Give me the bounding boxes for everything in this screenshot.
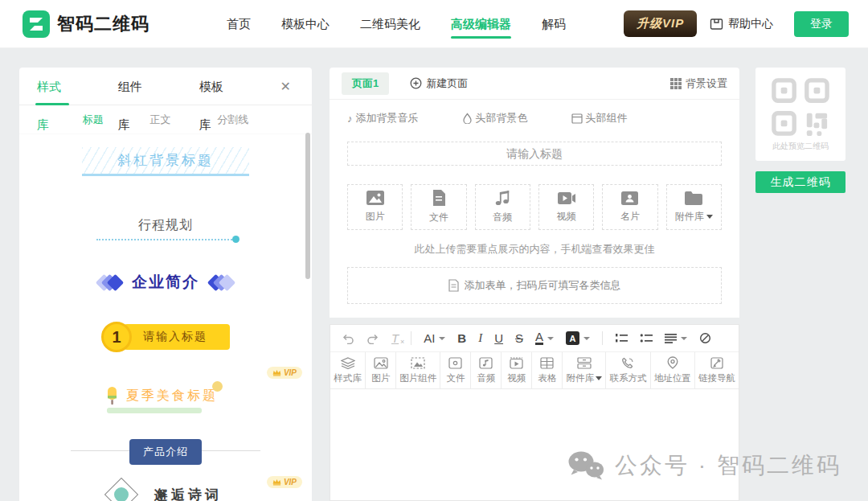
style-product-intro[interactable]: 产品介绍 xyxy=(71,439,260,463)
vip-badge: VIP xyxy=(267,476,302,488)
panel-scrollbar[interactable] xyxy=(305,133,310,279)
redo-button[interactable] xyxy=(366,333,379,344)
font-style-dropdown[interactable]: AI xyxy=(424,331,445,345)
strikethrough-button[interactable]: S xyxy=(515,331,523,345)
logo[interactable]: 智码二维码 xyxy=(23,10,149,38)
diamond-outline-ornament xyxy=(104,478,138,501)
title-input[interactable] xyxy=(347,142,722,166)
clear-format-button[interactable]: T xyxy=(391,331,399,345)
table-icon xyxy=(540,357,554,369)
upload-business-card-button[interactable]: 名片 xyxy=(602,184,657,230)
tab-template-library[interactable]: 模板库 xyxy=(199,68,231,105)
green-underline-bar xyxy=(107,408,202,413)
background-settings-button[interactable]: 背景设置 xyxy=(670,76,727,91)
number-badge: 1 xyxy=(101,322,132,352)
style-summer-food-title[interactable]: 夏季美食标题 xyxy=(102,383,229,413)
toolbar-divider xyxy=(411,331,411,345)
plus-circle-icon xyxy=(410,77,422,89)
vip-badge: VIP xyxy=(267,367,302,379)
new-page-button[interactable]: 新建页面 xyxy=(410,76,468,91)
italic-button[interactable]: I xyxy=(478,331,482,345)
insert-style-library[interactable]: 样式库 xyxy=(330,352,366,388)
insert-video[interactable]: 视频 xyxy=(502,352,532,388)
location-pin-icon xyxy=(667,356,678,369)
upgrade-vip-button[interactable]: 升级VIP xyxy=(624,10,697,37)
music-note-icon xyxy=(495,190,510,206)
chevron-down-icon xyxy=(706,215,713,219)
upload-video-button[interactable]: 视频 xyxy=(538,184,594,230)
dotted-underline xyxy=(96,239,235,240)
nav-decode[interactable]: 解码 xyxy=(542,0,566,48)
bold-button[interactable]: B xyxy=(457,331,466,345)
login-button[interactable]: 登录 xyxy=(794,11,849,37)
toolbar-divider xyxy=(602,331,603,345)
watermark: 公众号 · 智码二维码 xyxy=(567,450,841,481)
insert-image[interactable]: 图片 xyxy=(366,352,396,388)
close-icon[interactable]: ✕ xyxy=(280,79,291,94)
generate-qr-button[interactable]: 生成二维码 xyxy=(755,171,845,193)
nav-home[interactable]: 首页 xyxy=(227,0,251,48)
wechat-icon xyxy=(567,450,604,481)
style-trip-plan[interactable]: 行程规划 xyxy=(96,217,235,240)
nav-qr-beautify[interactable]: 二维码美化 xyxy=(360,0,420,48)
panel-subtabs: 标题 正文 分割线 xyxy=(19,105,312,134)
tab-component-library[interactable]: 组件库 xyxy=(118,68,149,105)
folder-icon xyxy=(685,191,702,205)
insert-contact[interactable]: 联系方式 xyxy=(606,352,650,388)
subtab-body-text[interactable]: 正文 xyxy=(149,113,170,127)
image-component-icon xyxy=(411,357,425,369)
chevron-down-icon xyxy=(583,337,590,340)
qr-placeholder-icon xyxy=(771,77,830,137)
style-slash-bg-title[interactable]: 斜杠背景标题 xyxy=(82,147,249,176)
layout-icon xyxy=(571,113,583,124)
link-nav-icon xyxy=(710,357,723,369)
nav-advanced-editor[interactable]: 高级编辑器 xyxy=(451,0,511,48)
page-tab-1[interactable]: 页面1 xyxy=(342,72,389,95)
insert-location[interactable]: 地址位置 xyxy=(651,352,695,388)
add-bg-music-button[interactable]: ♪ 添加背景音乐 xyxy=(347,111,419,125)
font-color-dropdown[interactable]: A xyxy=(535,331,554,345)
insert-file[interactable]: 文件 xyxy=(440,352,471,388)
bullet-list-button[interactable] xyxy=(640,333,653,344)
undo-button[interactable] xyxy=(342,333,354,344)
image-icon xyxy=(374,357,388,369)
upload-file-button[interactable]: 文件 xyxy=(411,184,466,230)
yellow-dot xyxy=(212,381,223,392)
diamond-ornament-left xyxy=(98,277,121,289)
subtab-divider[interactable]: 分割线 xyxy=(217,113,248,127)
upload-image-button[interactable]: 图片 xyxy=(347,184,403,230)
top-right-actions: 帮助中心 登录 xyxy=(710,11,849,37)
grid-icon xyxy=(670,78,682,89)
insert-table[interactable]: 表格 xyxy=(532,352,563,388)
tab-style-library[interactable]: 样式库 xyxy=(37,68,68,105)
bg-color-dropdown[interactable]: A xyxy=(566,331,590,345)
align-dropdown[interactable] xyxy=(665,333,687,343)
header-component-button[interactable]: 头部组件 xyxy=(571,111,628,125)
insert-image-component[interactable]: 图片组件 xyxy=(396,352,440,388)
contact-card-icon xyxy=(621,191,638,205)
help-center-link[interactable]: 帮助中心 xyxy=(710,17,773,31)
form-doc-icon xyxy=(448,279,459,292)
drawer-icon xyxy=(577,357,592,369)
help-icon xyxy=(710,18,723,31)
insert-audio[interactable]: 音频 xyxy=(471,352,502,388)
style-company-intro[interactable]: 企业简介 xyxy=(98,272,233,293)
insert-toolbar: 样式库 图片 图片组件 文件 音频 xyxy=(330,352,739,389)
subtab-title[interactable]: 标题 xyxy=(83,113,104,127)
add-form-button[interactable]: 添加表单，扫码后可填写各类信息 xyxy=(347,267,722,304)
style-poetry-title[interactable]: 邂逅诗词 xyxy=(109,483,222,501)
format-toolbar: T AI B I U S A A xyxy=(330,325,739,352)
underline-button[interactable]: U xyxy=(494,331,503,345)
attachment-library-button[interactable]: 附件库 xyxy=(666,184,722,230)
style-numbered-title[interactable]: 1 请输入标题 xyxy=(101,322,230,352)
insert-attachment-library[interactable]: 附件库 xyxy=(563,352,606,388)
image-icon xyxy=(366,191,384,205)
upload-audio-button[interactable]: 音频 xyxy=(475,184,530,230)
upload-buttons: 图片 文件 音频 视频 xyxy=(347,184,722,230)
chevron-down-icon xyxy=(681,337,687,340)
ordered-list-button[interactable] xyxy=(615,333,628,344)
link-button[interactable] xyxy=(699,332,711,344)
nav-template-center[interactable]: 模板中心 xyxy=(281,0,330,48)
insert-link-nav[interactable]: 链接导航 xyxy=(695,352,739,388)
header-bg-color-button[interactable]: 头部背景色 xyxy=(462,111,528,125)
